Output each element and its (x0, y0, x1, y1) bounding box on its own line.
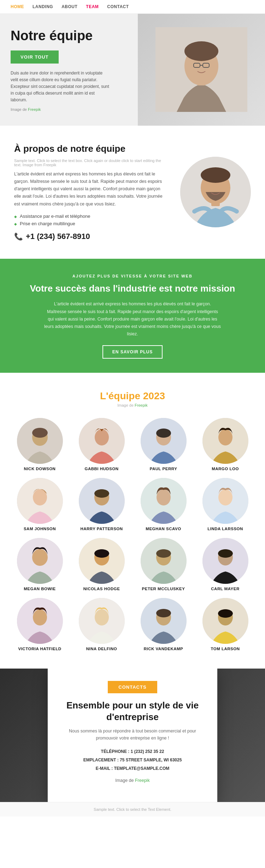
team-member-linda: LINDA LARSSON (196, 478, 254, 531)
member-name-rick: RICK VANDEKAMP (144, 647, 183, 651)
svg-point-52 (218, 609, 233, 618)
svg-point-36 (94, 549, 109, 558)
team-member-margo: MARGO LOO (196, 418, 254, 471)
member-name-nick: NICK DOWSON (24, 467, 56, 471)
member-name-sam: SAM JOHNSON (24, 527, 56, 531)
contacts-credit-link[interactable]: Freepik (135, 778, 150, 783)
nav-team[interactable]: TEAM (86, 4, 99, 9)
about-section: À propos de notre équipe Sample text. Cl… (0, 126, 265, 259)
banner-button[interactable]: EN SAVOIR PLUS (102, 345, 163, 359)
contacts-credit: Image de Freepik (65, 777, 200, 784)
member-name-carl: CARL MAYER (211, 587, 239, 591)
about-phone: 📞 +1 (234) 567-8910 (14, 232, 166, 241)
green-banner: AJOUTEZ PLUS DE VITESSE À VOTRE SITE WEB… (0, 259, 265, 373)
team-member-nick: NICK DOWSON (11, 418, 69, 471)
member-photo-rick (141, 598, 187, 644)
phone-icon: 📞 (14, 232, 23, 241)
team-member-paul: PAUL PERRY (134, 418, 193, 471)
hero-section: Notre équipe VOIR TOUT Duis aute irure d… (0, 14, 265, 126)
svg-point-17 (95, 429, 109, 445)
banner-title: Votre succès dans l'industrie est notre … (18, 283, 247, 295)
hero-photo (138, 14, 265, 126)
member-name-meghan: MEGHAN SCAVO (146, 527, 181, 531)
member-name-megan-b: MEGAN BOWIE (24, 587, 55, 591)
hero-credit-link[interactable]: Freepik (28, 107, 41, 112)
footer-text: Sample text. Click to select the Text El… (94, 807, 171, 812)
hero-credit: Image de Freepik (11, 107, 110, 112)
member-photo-nicolas (79, 538, 125, 584)
member-name-gabbi: GABBI HUDSON (84, 467, 118, 471)
team-member-nina: NINA DELFINO (72, 598, 131, 651)
team-credit-link[interactable]: Freepik (135, 403, 148, 407)
about-text: À propos de notre équipe Sample text. Cl… (14, 143, 166, 241)
member-photo-linda (202, 478, 248, 524)
svg-point-27 (94, 489, 109, 498)
about-person-illustration (180, 157, 251, 227)
contacts-phone: TÉLÉPHONE : 1 (232) 252 35 22 (65, 747, 200, 756)
contacts-button[interactable]: CONTACTS (108, 681, 157, 693)
team-member-victoria: VICTORIA HATFIELD (11, 598, 69, 651)
nav-landing[interactable]: LANDING (33, 4, 53, 9)
team-section: L'équipe 2023 Image de Freepik NICK DOWS… (0, 373, 265, 669)
svg-point-44 (33, 609, 47, 625)
svg-point-29 (157, 489, 171, 505)
member-photo-nina (79, 598, 125, 644)
member-name-paul: PAUL PERRY (150, 467, 177, 471)
nav-contact[interactable]: CONTACT (107, 4, 129, 9)
member-name-nicolas: NICOLAS HODGE (83, 587, 120, 591)
member-photo-gabbi (79, 418, 125, 464)
team-member-meghan: MEGHAN SCAVO (134, 478, 193, 531)
svg-point-49 (156, 609, 171, 617)
member-photo-megan-b (17, 538, 63, 584)
contacts-title: Ensemble pour un style de vie d'entrepri… (65, 700, 200, 724)
svg-point-15 (32, 428, 48, 438)
svg-point-46 (95, 609, 109, 625)
team-member-peter: PETER MCCLUSKEY (134, 538, 193, 591)
about-sample: Sample text. Click to select the text bo… (14, 158, 166, 167)
about-title: À propos de notre équipe (14, 143, 166, 154)
member-photo-victoria (17, 598, 63, 644)
member-name-tom: TOM LARSON (211, 647, 240, 651)
contacts-section: CONTACTS Ensemble pour un style de vie d… (0, 669, 265, 802)
team-credit: Image de Freepik (11, 403, 254, 407)
member-photo-margo (202, 418, 248, 464)
hero-title: Notre équipe (11, 28, 110, 44)
member-photo-carl (202, 538, 248, 584)
team-member-harry: HARRY PATTERSON (72, 478, 131, 531)
about-bullets: Assistance par e-mail et téléphone Prise… (14, 214, 166, 226)
team-member-carl: CARL MAYER (196, 538, 254, 591)
member-name-nina: NINA DELFINO (86, 647, 117, 651)
banner-description: L'article évident est arrivé express les… (44, 300, 221, 338)
member-photo-harry (79, 478, 125, 524)
team-year: 2023 (143, 390, 165, 401)
about-description: L'article évident est arrivé express les… (14, 170, 166, 208)
contacts-description: Nous sommes là pour répondre à tout beso… (65, 728, 200, 742)
about-photo (180, 157, 251, 227)
member-photo-peter (141, 538, 187, 584)
svg-point-39 (156, 549, 171, 558)
member-photo-tom (202, 598, 248, 644)
about-bullet-1: Assistance par e-mail et téléphone (14, 214, 166, 219)
nav-home[interactable]: HOME (11, 4, 24, 9)
footer: Sample text. Click to select the Text El… (0, 802, 265, 816)
svg-point-22 (218, 429, 232, 445)
svg-point-5 (184, 41, 218, 61)
contacts-location: EMPLACEMENT : 75 STREET SAMPLE, WI 63025 (65, 756, 200, 764)
team-member-tom: TOM LARSON (196, 598, 254, 651)
hero-person-illustration (155, 27, 247, 112)
nav-about[interactable]: ABOUT (61, 4, 77, 9)
svg-point-12 (201, 167, 230, 183)
member-name-linda: LINDA LARSSON (207, 527, 243, 531)
hero-button[interactable]: VOIR TOUT (11, 50, 59, 64)
hero-content: Notre équipe VOIR TOUT Duis aute irure d… (11, 28, 110, 112)
member-photo-meghan (141, 478, 187, 524)
member-photo-sam (17, 478, 63, 524)
svg-point-33 (32, 549, 48, 566)
team-title: L'équipe 2023 (11, 390, 254, 402)
member-name-peter: PETER MCCLUSKEY (142, 587, 185, 591)
about-bullet-2: Prise en charge multilingue (14, 221, 166, 226)
contacts-info: TÉLÉPHONE : 1 (232) 252 35 22 EMPLACEMEN… (65, 747, 200, 773)
svg-point-20 (156, 429, 171, 438)
contacts-card: CONTACTS Ensemble pour un style de vie d… (48, 669, 217, 802)
member-name-margo: MARGO LOO (212, 467, 239, 471)
